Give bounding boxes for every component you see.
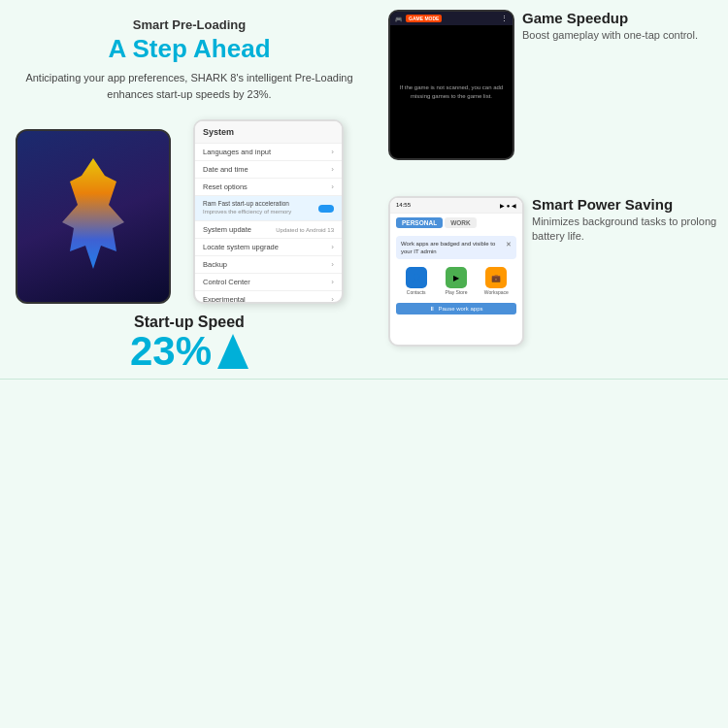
arrow-icon: › [331, 260, 334, 269]
game-screen-text: If the game is not scanned, you can add … [398, 83, 505, 100]
arrow-icon: › [331, 165, 334, 174]
arrow-icon: › [331, 148, 334, 156]
arrow-icon: › [331, 278, 334, 286]
settings-item-label: Control Center [203, 278, 250, 286]
playstore-label: Play Store [445, 289, 467, 295]
smart-power-section: 14:55 ▶ ● ◀ PERSONAL WORK Work apps are … [388, 196, 718, 373]
smart-preloading-section: Smart Pre-Loading A Step Ahead Anticipat… [0, 0, 379, 381]
contacts-label: Contacts [407, 289, 426, 295]
settings-item-label: Date and time [203, 165, 248, 174]
ps-apps-grid: 👤 Contacts ▶ Play Store 💼 Workspace [390, 263, 522, 299]
close-icon[interactable]: ✕ [506, 240, 512, 249]
ps-app-playstore: ▶ Play Store [438, 267, 474, 295]
menu-icon: ⋮ [501, 15, 508, 22]
game-screen-content: If the game is not scanned, you can add … [390, 25, 513, 158]
game-speedup-info: Game Speedup Boost gameplay with one-tap… [522, 10, 718, 43]
game-speedup-section: 🎮 GAME MODE ⋮ If the game is not scanned… [388, 10, 718, 186]
phone-settings-container: System Languages and input › Date and ti… [16, 110, 363, 304]
settings-item-reset: Reset options › [195, 179, 342, 196]
game-speedup-title: Game Speedup [522, 10, 718, 26]
settings-item-backup: Backup › [195, 256, 342, 274]
personal-tab[interactable]: PERSONAL [396, 217, 443, 228]
work-tab[interactable]: WORK [445, 217, 477, 228]
top-half: Smart Pre-Loading A Step Ahead Anticipat… [0, 0, 728, 379]
settings-item-locale: Locate system upgrade › [195, 239, 342, 256]
arrow-icon: › [331, 295, 334, 304]
step-ahead-title: A Step Ahead [108, 34, 270, 64]
game-background [17, 131, 169, 302]
ps-status-icons: ▶ ● ◀ [500, 202, 516, 209]
settings-item-control: Control Center › [195, 274, 342, 291]
power-saving-phone: 14:55 ▶ ● ◀ PERSONAL WORK Work apps are … [388, 196, 524, 347]
settings-item-label: Reset options [203, 182, 248, 191]
settings-item-label: Languages and input [203, 148, 271, 156]
ps-tabs: PERSONAL WORK [390, 214, 522, 232]
settings-item-ram: Ram Fast start-up accelerationImproves t… [195, 196, 342, 221]
contacts-icon: 👤 [406, 267, 427, 288]
game-phone-header: 🎮 GAME MODE ⋮ [390, 12, 513, 25]
settings-item-label: System update [203, 225, 251, 234]
settings-item-label: Backup [203, 260, 227, 269]
settings-item-languages: Languages and input › [195, 144, 342, 161]
arrow-icon: › [331, 243, 334, 251]
game-speedup-phone: 🎮 GAME MODE ⋮ If the game is not scanned… [388, 10, 514, 160]
ps-app-workspace: 💼 Workspace [479, 267, 514, 295]
game-phone-mockup [16, 129, 171, 304]
toggle-icon[interactable] [318, 205, 334, 213]
ps-app-contacts: 👤 Contacts [398, 267, 434, 295]
game-icon: 🎮 [395, 16, 402, 22]
settings-item-label: Ram Fast start-up accelerationImproves t… [203, 200, 318, 216]
smart-preloading-label: Smart Pre-Loading [133, 17, 246, 32]
character-silhouette [54, 158, 132, 275]
page: Smart Pre-Loading A Step Ahead Anticipat… [0, 0, 728, 728]
ps-time: 14:55 [396, 202, 411, 208]
ps-phone-header: 14:55 ▶ ● ◀ [390, 198, 522, 214]
workspace-label: Workspace [484, 289, 509, 295]
smart-power-desc: Minimizes background tasks to prolong ba… [532, 215, 718, 245]
arrow-up-icon [217, 334, 248, 369]
settings-item-experimental: Experimental › [195, 291, 342, 304]
game-mode-badge: GAME MODE [406, 15, 442, 22]
ps-notification: Work apps are badged and visible to your… [396, 236, 516, 260]
workspace-icon: 💼 [485, 267, 507, 288]
settings-item-label: Locate system upgrade [203, 243, 279, 251]
startup-speed-section: Start-up Speed 23% [130, 314, 248, 372]
smart-power-title: Smart Power Saving [532, 196, 718, 213]
top-right-section: 🎮 GAME MODE ⋮ If the game is not scanned… [379, 0, 728, 381]
settings-item-update: System update Updated to Android 13 [195, 221, 342, 239]
startup-speed-value: 23% [130, 331, 248, 372]
arrow-icon: › [331, 182, 334, 191]
settings-phone-mockup: System Languages and input › Date and ti… [193, 119, 344, 304]
pause-icon: ⏸ [429, 306, 435, 312]
smart-power-info: Smart Power Saving Minimizes background … [532, 196, 718, 245]
game-speedup-desc: Boost gameplay with one-tap control. [522, 28, 718, 43]
settings-item-datetime: Date and time › [195, 161, 342, 179]
step-ahead-desc: Anticipating your app preferences, SHARK… [16, 70, 363, 102]
playstore-icon: ▶ [446, 267, 467, 288]
settings-item-label: Experimental [203, 295, 246, 304]
pause-work-apps-button[interactable]: ⏸ Pause work apps [396, 303, 516, 314]
settings-item-sub: Updated to Android 13 [276, 227, 334, 233]
settings-header: System [195, 121, 342, 144]
